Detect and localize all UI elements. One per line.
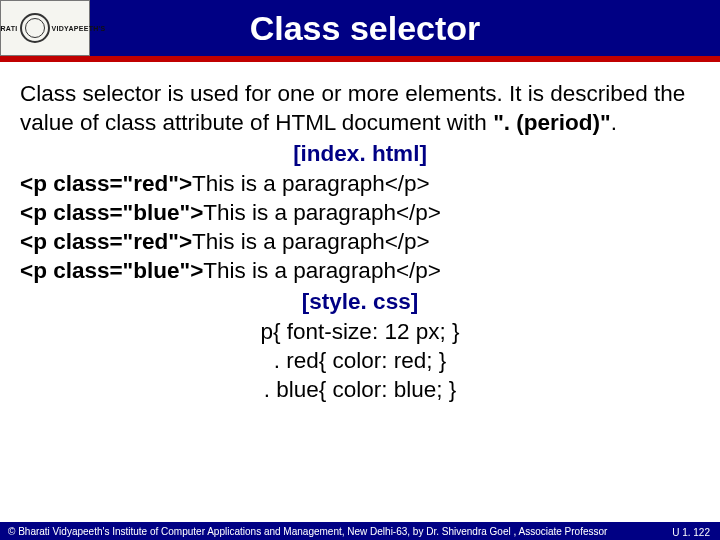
slide-title: Class selector — [90, 9, 720, 48]
code-rest: This is a paragraph</p> — [192, 171, 430, 196]
footer-copyright: © Bharati Vidyapeeth's Institute of Comp… — [8, 526, 607, 537]
index-html-label: [index. html] — [20, 140, 700, 169]
intro-plain-2: . — [611, 110, 617, 135]
slide: BHARATI VIDYAPEETH'S Class selector Clas… — [0, 0, 720, 540]
code-tag: <p class="blue"> — [20, 200, 203, 225]
footer-bar: © Bharati Vidyapeeth's Institute of Comp… — [0, 522, 720, 540]
code-tag: <p class="red"> — [20, 171, 192, 196]
code-line: <p class="red">This is a paragraph</p> — [20, 170, 700, 199]
code-line: <p class="blue">This is a paragraph</p> — [20, 199, 700, 228]
css-block: p{ font-size: 12 px; } . red{ color: red… — [20, 318, 700, 404]
intro-bold: ". (period)" — [493, 110, 611, 135]
code-tag: <p class="red"> — [20, 229, 192, 254]
css-line: . blue{ color: blue; } — [20, 376, 700, 405]
footer-slide-number: U 1. 122 — [672, 527, 710, 538]
intro-text: Class selector is used for one or more e… — [20, 80, 700, 138]
code-rest: This is a paragraph</p> — [203, 200, 441, 225]
slide-body: Class selector is used for one or more e… — [0, 62, 720, 540]
css-line: . red{ color: red; } — [20, 347, 700, 376]
code-line: <p class="red">This is a paragraph</p> — [20, 228, 700, 257]
code-rest: This is a paragraph</p> — [203, 258, 441, 283]
logo-emblem-icon — [20, 13, 50, 43]
code-rest: This is a paragraph</p> — [192, 229, 430, 254]
title-bar: BHARATI VIDYAPEETH'S Class selector — [0, 0, 720, 56]
css-line: p{ font-size: 12 px; } — [20, 318, 700, 347]
style-css-label: [style. css] — [20, 288, 700, 317]
institute-logo: BHARATI VIDYAPEETH'S — [0, 0, 90, 56]
code-line: <p class="blue">This is a paragraph</p> — [20, 257, 700, 286]
logo-text-left: BHARATI — [0, 25, 18, 32]
code-tag: <p class="blue"> — [20, 258, 203, 283]
